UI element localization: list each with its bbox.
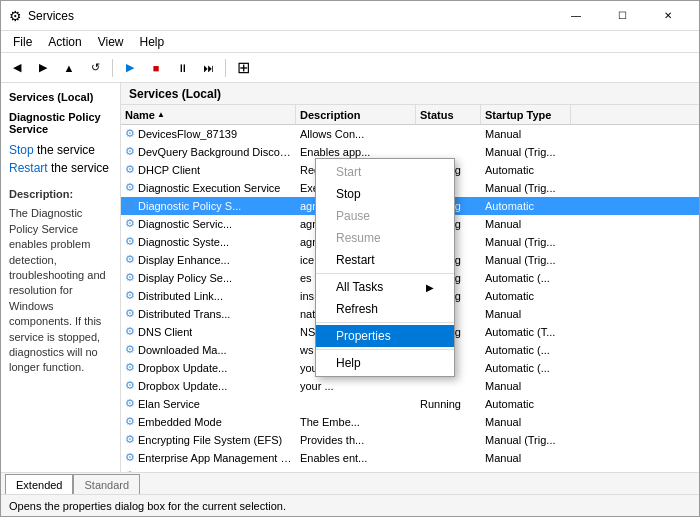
main-window: ⚙ Services — ☐ ✕ File Action View Help ◀… <box>0 0 700 517</box>
table-row[interactable]: ⚙Encrypting File System (EFS)Provides th… <box>121 431 699 449</box>
tab-extended-label: Extended <box>16 479 62 491</box>
col-status-header[interactable]: Status <box>416 105 481 124</box>
service-name-cell: Elan Service <box>138 398 200 410</box>
ctx-item-all-tasks[interactable]: All Tasks▶ <box>316 276 454 298</box>
col-startup-header[interactable]: Startup Type <box>481 105 571 124</box>
toolbar-pause[interactable]: ⏸ <box>170 56 194 80</box>
cell-desc: The Embe... <box>296 416 416 428</box>
maximize-button[interactable]: ☐ <box>599 1 645 31</box>
status-text: Opens the properties dialog box for the … <box>9 500 286 512</box>
tab-extended[interactable]: Extended <box>5 474 73 494</box>
ctx-item-refresh[interactable]: Refresh <box>316 298 454 320</box>
ctx-label: Refresh <box>336 302 378 316</box>
toolbar-properties[interactable]: ⊞ <box>231 56 255 80</box>
table-row[interactable]: ⚙Embedded ModeThe Embe...Manual <box>121 413 699 431</box>
service-icon: ⚙ <box>125 181 135 194</box>
cell-name: ⚙Downloaded Ma... <box>121 343 296 356</box>
toolbar-refresh[interactable]: ↺ <box>83 56 107 80</box>
toolbar-back[interactable]: ◀ <box>5 56 29 80</box>
cell-startup: Manual (Trig... <box>481 434 571 446</box>
service-name: Diagnostic Policy Service <box>9 111 112 135</box>
ctx-item-resume: Resume <box>316 227 454 249</box>
col-name-label: Name <box>125 109 155 121</box>
cell-name: ⚙Diagnostic Servic... <box>121 217 296 230</box>
left-panel-title: Services (Local) <box>9 91 112 103</box>
ctx-item-pause: Pause <box>316 205 454 227</box>
col-status-label: Status <box>420 109 454 121</box>
cell-name: ⚙Diagnostic Policy S... <box>121 199 296 212</box>
service-actions: Stop the service Restart the service <box>9 143 112 175</box>
service-icon: ⚙ <box>125 325 135 338</box>
ctx-item-properties[interactable]: Properties <box>316 325 454 347</box>
service-name-cell: DevQuery Background Discovery B... <box>138 146 292 158</box>
service-icon: ⚙ <box>125 307 135 320</box>
service-name-cell: Diagnostic Policy S... <box>138 200 241 212</box>
cell-startup: Automatic (... <box>481 344 571 356</box>
menu-view[interactable]: View <box>90 33 132 51</box>
cell-name: ⚙DevicesFlow_87139 <box>121 127 296 140</box>
service-icon: ⚙ <box>125 289 135 302</box>
cell-name: ⚙Display Policy Se... <box>121 271 296 284</box>
toolbar-forward[interactable]: ▶ <box>31 56 55 80</box>
toolbar-stop[interactable]: ■ <box>144 56 168 80</box>
service-icon: ⚙ <box>125 397 135 410</box>
menu-action[interactable]: Action <box>40 33 89 51</box>
service-name-cell: Display Enhance... <box>138 254 230 266</box>
ctx-label: Restart <box>336 253 375 267</box>
ctx-item-restart[interactable]: Restart <box>316 249 454 271</box>
service-icon: ⚙ <box>125 271 135 284</box>
cell-startup: Automatic <box>481 290 571 302</box>
menu-file[interactable]: File <box>5 33 40 51</box>
submenu-arrow-icon: ▶ <box>426 282 434 293</box>
cell-startup: Manual (Trig... <box>481 182 571 194</box>
left-panel: Services (Local) Diagnostic Policy Servi… <box>1 83 121 472</box>
table-row[interactable]: ⚙Enterprise App Management ServiceEnable… <box>121 449 699 467</box>
stop-link[interactable]: Stop <box>9 143 34 157</box>
ctx-item-start: Start <box>316 161 454 183</box>
cell-name: ⚙Diagnostic Execution Service <box>121 181 296 194</box>
stop-suffix: the service <box>34 143 95 157</box>
service-icon: ⚙ <box>125 127 135 140</box>
tab-standard[interactable]: Standard <box>73 474 140 494</box>
ctx-label: Resume <box>336 231 381 245</box>
service-name-cell: Enterprise App Management Service <box>138 452 292 464</box>
service-icon: ⚙ <box>125 343 135 356</box>
service-icon: ⚙ <box>125 145 135 158</box>
close-button[interactable]: ✕ <box>645 1 691 31</box>
col-desc-header[interactable]: Description <box>296 105 416 124</box>
table-header: Name ▲ Description Status Startup Type <box>121 105 699 125</box>
ctx-item-stop[interactable]: Stop <box>316 183 454 205</box>
minimize-button[interactable]: — <box>553 1 599 31</box>
service-name-cell: Encrypting File System (EFS) <box>138 434 282 446</box>
table-row[interactable]: ⚙DevicesFlow_87139Allows Con...Manual <box>121 125 699 143</box>
table-row[interactable]: ⚙Dropbox Update...your ...Manual <box>121 377 699 395</box>
table-row[interactable]: ⚙ESIF Upper Framework ServiceESIF Upper … <box>121 467 699 472</box>
status-bar: Opens the properties dialog box for the … <box>1 494 699 516</box>
context-menu-separator <box>316 273 454 274</box>
service-icon: ⚙ <box>125 163 135 176</box>
table-row[interactable]: ⚙Elan ServiceRunningAutomatic <box>121 395 699 413</box>
cell-desc: Enables app... <box>296 146 416 158</box>
menu-help[interactable]: Help <box>132 33 173 51</box>
restart-link[interactable]: Restart <box>9 161 48 175</box>
service-icon: ⚙ <box>125 451 135 464</box>
ctx-label: Start <box>336 165 361 179</box>
cell-name: ⚙Distributed Link... <box>121 289 296 302</box>
col-name-header[interactable]: Name ▲ <box>121 105 296 124</box>
service-icon: ⚙ <box>125 199 135 212</box>
cell-startup: Automatic (... <box>481 362 571 374</box>
service-name-cell: DevicesFlow_87139 <box>138 128 237 140</box>
toolbar-play[interactable]: ▶ <box>118 56 142 80</box>
restart-suffix: the service <box>48 161 109 175</box>
restart-link-container: Restart the service <box>9 161 112 175</box>
cell-startup: Automatic <box>481 164 571 176</box>
cell-desc: ESIF Upper ... <box>296 470 416 473</box>
cell-name: ⚙Elan Service <box>121 397 296 410</box>
cell-desc: Enables ent... <box>296 452 416 464</box>
ctx-item-help[interactable]: Help <box>316 352 454 374</box>
toolbar-restart[interactable]: ⏭ <box>196 56 220 80</box>
cell-name: ⚙Display Enhance... <box>121 253 296 266</box>
service-icon: ⚙ <box>125 253 135 266</box>
ctx-label: Stop <box>336 187 361 201</box>
toolbar-up[interactable]: ▲ <box>57 56 81 80</box>
